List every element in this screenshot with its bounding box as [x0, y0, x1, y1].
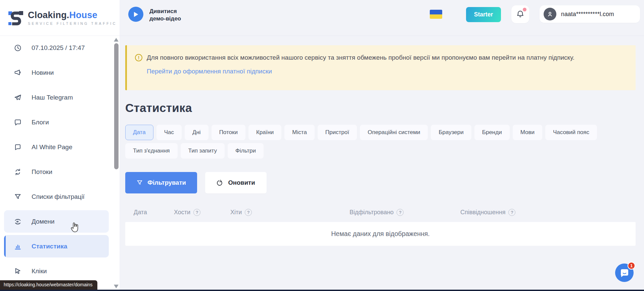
- sidebar-item-domains[interactable]: Домени: [4, 210, 109, 233]
- sidebar-item-telegram[interactable]: Наш Telegram: [4, 86, 109, 109]
- sidebar-item-filter-lists[interactable]: Списки фільтрації: [4, 185, 109, 208]
- banner-text: Для повного використання всіх можливосте…: [147, 53, 574, 62]
- flag-yellow-half: [430, 14, 442, 19]
- chat-bubble-icon: [13, 118, 22, 126]
- browser-status-url: https://cloaking.house/webmaster/domains: [0, 280, 97, 290]
- cursor-icon: [13, 267, 22, 275]
- help-icon[interactable]: ?: [245, 209, 252, 216]
- chat-bubble-icon: [619, 268, 630, 278]
- bar-chart-icon: [13, 242, 22, 250]
- refresh-button[interactable]: Оновити: [205, 172, 267, 193]
- column-hits: Хіти ?: [230, 209, 350, 216]
- sidebar-item-label: Статистика: [32, 243, 67, 250]
- sync-icon: [13, 168, 22, 176]
- chip-streams[interactable]: Потоки: [212, 125, 245, 140]
- sidebar-item-clicks[interactable]: Кліки: [4, 260, 109, 282]
- chip-devices[interactable]: Пристрої: [318, 125, 357, 140]
- sidebar-item-label: Потоки: [32, 168, 52, 176]
- sidebar-item-label: Блоги: [32, 119, 49, 126]
- language-flag-ukraine[interactable]: [430, 10, 442, 19]
- sidebar-scrollbar-thumb[interactable]: [114, 43, 119, 169]
- chip-days[interactable]: Дні: [185, 125, 209, 140]
- bottom-edge-strip: [0, 290, 644, 291]
- sidebar-menu: 07.10.2025 / 17:47 Новини Наш Telegram Б…: [4, 37, 109, 285]
- sidebar-item-label: 07.10.2025 / 17:47: [32, 44, 85, 52]
- domain-globe-icon: [13, 217, 22, 226]
- chip-browsers[interactable]: Браузери: [431, 125, 471, 140]
- upgrade-subscription-link[interactable]: Перейти до оформлення платної підписки: [147, 68, 272, 75]
- chip-timezone[interactable]: Часовий пояс: [545, 125, 597, 140]
- chip-request-type[interactable]: Тип запиту: [181, 143, 225, 159]
- play-demo-button[interactable]: [128, 7, 143, 22]
- page-icon: [13, 143, 22, 151]
- chip-operating-systems[interactable]: Операційні системи: [360, 125, 428, 140]
- play-icon: [133, 11, 139, 17]
- help-icon[interactable]: ?: [508, 209, 515, 216]
- page-title: Статистика: [125, 101, 636, 115]
- megaphone-icon: [13, 69, 22, 77]
- avatar: [544, 8, 556, 20]
- sidebar-item-ai-white-page[interactable]: AI White Page: [4, 136, 109, 158]
- logo[interactable]: Cloaking.House SERVICE FILTERING TRAFFIC: [0, 0, 120, 36]
- mouse-hand-cursor: [70, 222, 80, 233]
- chip-brands[interactable]: Бренди: [474, 125, 510, 140]
- column-hosts: Хости ?: [174, 209, 230, 216]
- brand-name: Cloaking.House SERVICE FILTERING TRAFFIC: [28, 10, 117, 25]
- action-buttons: Фільтрувати Оновити: [125, 172, 636, 193]
- chat-unread-badge: 1: [628, 262, 635, 270]
- funnel-icon: [136, 179, 143, 186]
- table-header: Дата Хости ? Хіти ? Відфільтровано ? Спі…: [125, 206, 636, 219]
- user-email: naata**********l.com: [561, 11, 614, 18]
- help-icon[interactable]: ?: [193, 209, 200, 216]
- sidebar-item-news[interactable]: Новини: [4, 61, 109, 84]
- chip-filters[interactable]: Фільтри: [228, 143, 264, 159]
- brand-logo-icon: [8, 9, 24, 26]
- chip-data[interactable]: Дата: [125, 125, 153, 140]
- notification-dot: [523, 8, 526, 11]
- user-account-button[interactable]: naata**********l.com: [540, 5, 640, 23]
- chip-countries[interactable]: Країни: [248, 125, 281, 140]
- chip-connection-type[interactable]: Тип з'єднання: [125, 143, 178, 159]
- sidebar-item-datetime[interactable]: 07.10.2025 / 17:47: [4, 37, 109, 59]
- trial-warning-banner: ! Для повного використання всіх можливос…: [125, 45, 636, 90]
- chip-languages[interactable]: Мови: [513, 125, 542, 140]
- clock-icon: [13, 44, 22, 52]
- table-empty-state: Немає даних для відображення.: [125, 222, 636, 246]
- refresh-icon: [217, 179, 224, 186]
- topbar: Дивитися демо-відео Starter naata*******…: [120, 0, 644, 36]
- sidebar-scroll-up-arrow[interactable]: [114, 38, 119, 42]
- chip-cities[interactable]: Міста: [284, 125, 315, 140]
- chip-time[interactable]: Час: [156, 125, 182, 140]
- notifications-button[interactable]: [511, 5, 529, 23]
- brand-tagline: SERVICE FILTERING TRAFFIC: [28, 21, 117, 25]
- flag-blue-half: [430, 10, 442, 14]
- sidebar-item-statistics[interactable]: Статистика: [4, 235, 109, 257]
- sidebar-item-label: Списки фільтрації: [32, 193, 85, 200]
- sidebar: Cloaking.House SERVICE FILTERING TRAFFIC…: [0, 0, 120, 291]
- telegram-icon: [13, 94, 22, 102]
- sidebar-item-label: Кліки: [32, 268, 47, 275]
- warning-icon: !: [135, 54, 142, 61]
- sidebar-scroll-down-arrow[interactable]: [114, 285, 119, 288]
- sidebar-item-label: Наш Telegram: [32, 94, 73, 101]
- column-ratio: Співвідношення ?: [460, 209, 636, 216]
- plan-starter-button[interactable]: Starter: [466, 7, 501, 22]
- column-filtered: Відфільтровано ?: [350, 209, 460, 216]
- sidebar-item-label: Новини: [32, 69, 54, 76]
- demo-video-label[interactable]: Дивитися демо-відео: [149, 8, 181, 22]
- main-content: ! Для повного використання всіх можливос…: [125, 36, 636, 246]
- filter-chips: Дата Час Дні Потоки Країни Міста Пристро…: [125, 125, 636, 159]
- chat-widget-button[interactable]: 1: [615, 264, 634, 282]
- sidebar-item-streams[interactable]: Потоки: [4, 161, 109, 183]
- help-icon[interactable]: ?: [397, 209, 404, 216]
- filter-button[interactable]: Фільтрувати: [125, 172, 197, 193]
- sidebar-item-label: AI White Page: [32, 143, 72, 151]
- column-date: Дата: [134, 209, 174, 216]
- funnel-icon: [13, 193, 22, 201]
- sidebar-item-label: Домени: [32, 218, 54, 225]
- sidebar-item-blogs[interactable]: Блоги: [4, 111, 109, 133]
